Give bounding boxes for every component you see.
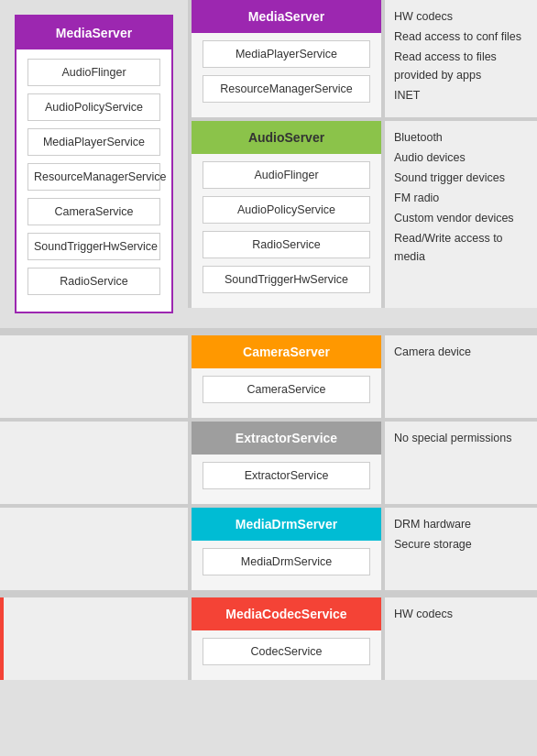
service-box: CameraService <box>27 198 160 225</box>
service-box: AudioPolicyService <box>203 196 370 224</box>
media-codec-service-middle: MediaCodecService CodecService <box>188 597 385 680</box>
left-service-list: AudioFlingerAudioPolicyServiceMediaPlaye… <box>16 49 171 312</box>
camera-server-services: CameraService <box>192 368 381 418</box>
camera-server-header: CameraServer <box>192 335 381 368</box>
service-box: SoundTriggerHwService <box>203 266 370 293</box>
service-box: RadioService <box>27 268 160 295</box>
service-box: CodecService <box>203 638 370 665</box>
media-codec-service-header: MediaCodecService <box>192 597 381 630</box>
media-drm-server-header: MediaDrmServer <box>192 508 381 541</box>
audio-server-header: AudioServer <box>192 121 381 154</box>
audio-server-services: AudioFlinger AudioPolicyService RadioSer… <box>192 154 381 308</box>
service-box: SoundTriggerHwService <box>27 233 160 260</box>
service-box: AudioPolicyService <box>27 93 160 121</box>
extractor-service-middle: ExtractorService ExtractorService <box>188 422 385 504</box>
audio-server-permissions: Bluetooth Audio devices Sound trigger de… <box>385 121 537 308</box>
media-drm-server-services: MediaDrmService <box>192 541 381 590</box>
service-box: ExtractorService <box>203 462 370 489</box>
left-media-server-box: MediaServer AudioFlingerAudioPolicyServi… <box>15 15 173 313</box>
media-server-header: MediaServer <box>192 0 381 33</box>
extractor-service-services: ExtractorService <box>192 455 381 504</box>
media-codec-service-permissions: HW codecs <box>385 597 537 680</box>
service-box: RadioService <box>203 231 370 258</box>
left-panel: MediaServer AudioFlingerAudioPolicyServi… <box>0 0 188 328</box>
service-box: MediaPlayerService <box>203 40 370 68</box>
service-box: CameraService <box>203 376 370 403</box>
service-box: ResourceManagerService <box>27 163 160 191</box>
left-media-server-header: MediaServer <box>16 16 171 49</box>
media-codec-service-services: CodecService <box>192 630 381 680</box>
service-box: AudioFlinger <box>203 161 370 189</box>
media-codec-left-placeholder <box>0 597 188 680</box>
media-drm-server-permissions: DRM hardware Secure storage <box>385 508 537 590</box>
media-drm-left-placeholder <box>0 508 188 590</box>
camera-left-placeholder <box>0 335 188 418</box>
media-server-permissions: HW codecs Read access to conf files Read… <box>385 0 537 117</box>
camera-server-middle: CameraServer CameraService <box>188 335 385 418</box>
service-box: AudioFlinger <box>27 59 160 86</box>
extractor-service-header: ExtractorService <box>192 422 381 455</box>
service-box: ResourceManagerService <box>203 75 370 103</box>
service-box: MediaPlayerService <box>27 128 160 156</box>
media-server-middle: MediaServer MediaPlayerService ResourceM… <box>188 0 385 117</box>
service-box: MediaDrmService <box>203 548 370 575</box>
media-drm-server-middle: MediaDrmServer MediaDrmService <box>188 508 385 590</box>
audio-server-middle: AudioServer AudioFlinger AudioPolicyServ… <box>188 121 385 308</box>
extractor-service-permissions: No special permissions <box>385 422 537 504</box>
media-server-services: MediaPlayerService ResourceManagerServic… <box>192 33 381 117</box>
camera-server-permissions: Camera device <box>385 335 537 418</box>
extractor-left-placeholder <box>0 422 188 504</box>
